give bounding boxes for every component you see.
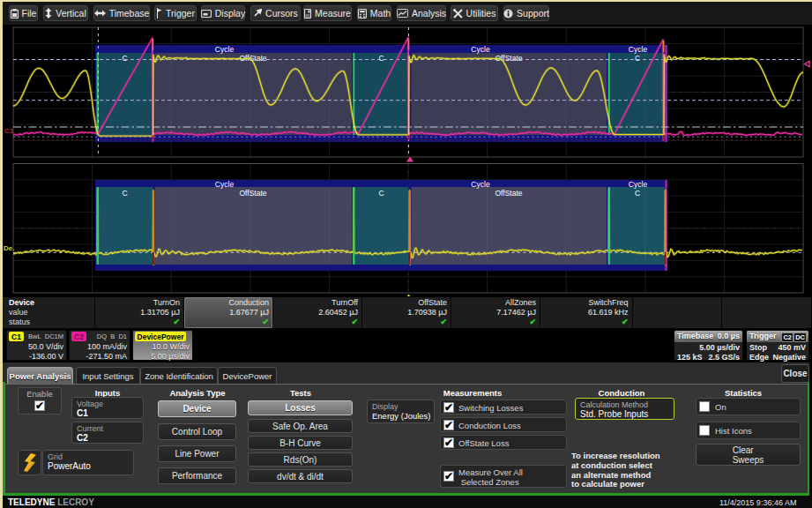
svg-text:C: C [122, 189, 127, 198]
svg-text:OffState: OffState [239, 189, 266, 198]
svg-text:Cycle: Cycle [215, 180, 235, 189]
svg-text:C: C [378, 189, 384, 198]
svg-text:Cycle: Cycle [629, 180, 648, 189]
svg-text:Cycle: Cycle [215, 45, 235, 54]
svg-text:C: C [378, 54, 384, 63]
svg-text:Cycle: Cycle [471, 180, 490, 189]
svg-text:Cycle: Cycle [471, 45, 490, 54]
svg-text:C: C [635, 54, 640, 63]
svg-text:C: C [122, 54, 127, 63]
svg-text:OffState: OffState [495, 189, 522, 198]
svg-text:C: C [635, 189, 640, 198]
svg-text:Cycle: Cycle [629, 45, 648, 54]
svg-text:De.: De. [4, 244, 14, 252]
svg-text:C1: C1 [4, 127, 14, 135]
